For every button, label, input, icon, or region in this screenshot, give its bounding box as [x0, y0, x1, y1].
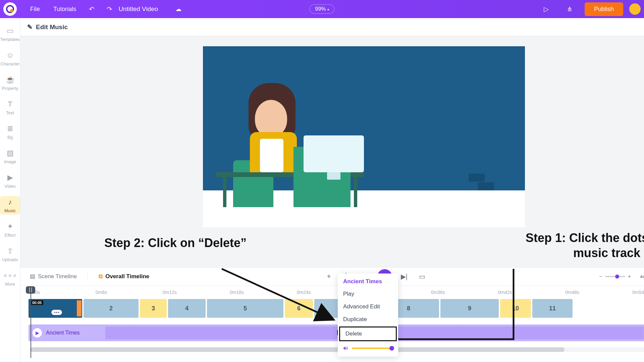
context-menu-advanced-edit[interactable]: Advanced Edit [338, 300, 398, 313]
music-icon: ♪ [5, 197, 15, 207]
playhead-handle[interactable]: ⎮⎮ [26, 286, 35, 294]
property-icon: ☕ [5, 75, 15, 84]
ruler-tick: 0m6s [96, 290, 163, 295]
annotation-step-1: Step 1: Click the dots on the music trac… [520, 230, 644, 260]
timeline-clip-1[interactable]: 00:05●●● [29, 299, 82, 318]
track-music[interactable]: ▶ Ancient Times ●●● [29, 324, 644, 341]
sidebar-item-templates[interactable]: ▭Templates [0, 25, 20, 43]
sidebar-item-text[interactable]: TText [0, 98, 20, 117]
menu-tutorials[interactable]: Tutorials [47, 6, 83, 13]
undo-icon[interactable]: ↶ [83, 5, 101, 13]
music-track-title: Ancient Times [46, 330, 79, 336]
context-menu-play[interactable]: Play [338, 288, 398, 300]
tab-overall-timeline[interactable]: ⧉Overall Timeline [96, 273, 152, 280]
sidebar-item-effect[interactable]: ✦Effect [0, 221, 20, 239]
volume-icon: 🔊︎ [343, 345, 348, 351]
next-scene-icon[interactable]: ▶| [398, 270, 410, 283]
timeline-zoom[interactable]: −+ [599, 274, 631, 280]
user-avatar[interactable] [629, 3, 641, 15]
sidebar-item-music[interactable]: ♪Music [0, 196, 20, 215]
uploads-icon: ⇪ [5, 246, 15, 256]
ruler-tick: 0m18s [230, 290, 297, 295]
timeline-clip-9[interactable]: 9 [440, 299, 499, 318]
canvas-character-scene [216, 93, 371, 207]
canvas-prop-stairs [469, 173, 485, 190]
center-column: ✎ Edit Music [20, 18, 644, 362]
left-sidebar: ▭Templates ☺Character ☕Property TText ≣B… [0, 18, 20, 362]
ruler-tick: 0m36s [431, 290, 498, 295]
context-menu-volume[interactable]: 🔊︎ [338, 342, 398, 355]
more-icon: ∘∘∘ [5, 271, 15, 280]
cloud-save-icon[interactable]: ☁︎ [175, 5, 181, 13]
effect-icon: ✦ [5, 222, 15, 231]
context-menu-delete[interactable]: Delete [339, 326, 397, 341]
track-scenes: 00:05●●●234567891011 [25, 298, 644, 318]
fit-icon[interactable]: ⇔ [637, 270, 644, 283]
timeline-clip-10[interactable]: 10 [500, 299, 531, 318]
timeline: ▤Scene Timeline ⧉Overall Timeline ⌖ 🎤︎ |… [20, 267, 644, 362]
tab-scene-timeline[interactable]: ▤Scene Timeline [27, 273, 79, 280]
ruler-tick: 0m42s [498, 290, 565, 295]
bg-icon: ≣ [5, 124, 15, 133]
character-icon: ☺ [5, 51, 15, 60]
image-icon: ▧ [5, 148, 15, 158]
app-logo[interactable] [3, 2, 17, 16]
timeline-clip-5[interactable]: 5 [207, 299, 283, 318]
playhead-line[interactable] [31, 294, 31, 358]
canvas[interactable] [203, 46, 525, 227]
ruler-tick: 0m0s [29, 290, 96, 295]
context-menu-duplicate[interactable]: Duplicate [338, 313, 398, 326]
timeline-clip-2[interactable]: 2 [84, 299, 139, 318]
pencil-icon: ✎ [27, 23, 33, 31]
timeline-icon: ⧉ [99, 273, 103, 280]
music-context-menu: Ancient Times Play Advanced Edit Duplica… [338, 274, 398, 357]
zoom-level[interactable]: 99% ▾ [309, 4, 334, 14]
share-icon[interactable]: ⋔ [561, 5, 579, 13]
sidebar-item-property[interactable]: ☕Property [0, 74, 20, 92]
music-play-icon[interactable]: ▶ [33, 328, 42, 338]
sidebar-item-character[interactable]: ☺Character [0, 49, 20, 68]
project-title-input[interactable] [118, 5, 172, 13]
text-icon: T [5, 100, 15, 109]
subtitle-icon[interactable]: ▭ [416, 270, 428, 283]
topbar: File Tutorials ↶ ↷ ☁︎ 99% ▾ ▷ ⋔ Publish [0, 0, 644, 18]
timeline-body: ⎮⎮ 0m0s0m6s0m12s0m18s0m24s0m30s0m36s0m42… [20, 286, 644, 362]
sidebar-item-more[interactable]: ∘∘∘More [0, 269, 20, 288]
timeline-clip-4[interactable]: 4 [168, 299, 206, 318]
redo-icon[interactable]: ↷ [101, 5, 118, 13]
context-menu-title: Ancient Times [338, 276, 398, 288]
timeline-toolbar: ▤Scene Timeline ⧉Overall Timeline ⌖ 🎤︎ |… [20, 267, 644, 286]
timeline-clip-3[interactable]: 3 [140, 299, 167, 318]
publish-button[interactable]: Publish [585, 2, 623, 16]
sidebar-item-uploads[interactable]: ⇪Uploads [0, 245, 20, 263]
list-icon: ▤ [30, 273, 35, 280]
context-header: ✎ Edit Music [20, 18, 644, 36]
preview-icon[interactable]: ▷ [538, 5, 555, 13]
time-ruler[interactable]: 0m0s0m6s0m12s0m18s0m24s0m30s0m36s0m42s0m… [25, 290, 644, 298]
timeline-scrollbar[interactable] [30, 347, 644, 352]
annotation-step-2: Step 2: Click on “Delete” [104, 235, 247, 250]
ruler-tick: 0m48s [565, 290, 632, 295]
clip-time-badge: 00:05 [31, 300, 43, 305]
menu-file[interactable]: File [23, 6, 47, 13]
clip-dots[interactable]: ●●● [51, 310, 62, 315]
sidebar-item-video[interactable]: ▶Video [0, 172, 20, 190]
canvas-area: Step 2: Click on “Delete” Step 1: Click … [20, 36, 644, 267]
templates-icon: ▭ [5, 26, 15, 36]
ruler-tick: 0m12s [163, 290, 230, 295]
timeline-clip-6[interactable]: 6 [285, 299, 313, 318]
sidebar-item-bg[interactable]: ≣Bg [0, 123, 20, 141]
ruler-tick: 0m54s [632, 290, 644, 295]
sidebar-item-image[interactable]: ▧Image [0, 147, 20, 166]
video-icon: ▶ [5, 173, 15, 182]
clip-transition-handle[interactable] [77, 300, 82, 316]
timeline-clip-11[interactable]: 11 [532, 299, 573, 318]
camera-focus-icon[interactable]: ⌖ [323, 270, 335, 283]
